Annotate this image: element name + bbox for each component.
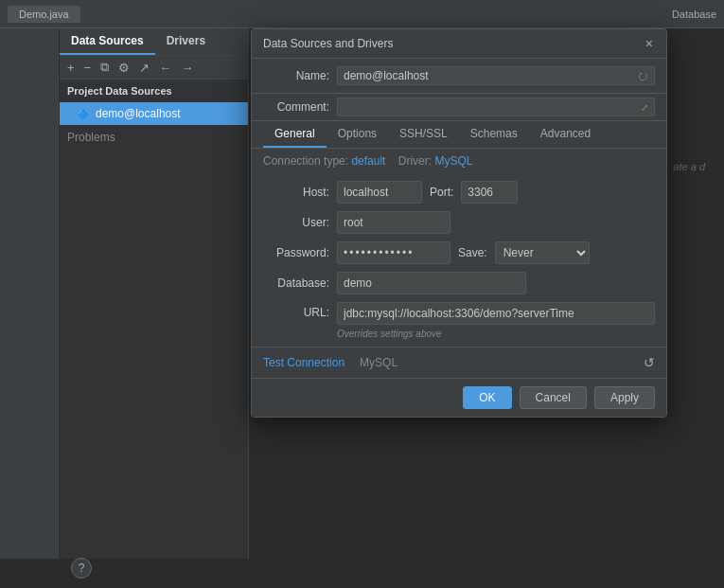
tab-options[interactable]: Options — [327, 121, 388, 148]
dialog-body: Name: ⭮ Comment: ⤢ General Options SSH/S… — [252, 59, 666, 378]
chart-button[interactable]: ↗ — [135, 59, 153, 77]
user-label: User: — [263, 216, 329, 229]
top-bar-tab[interactable]: Demo.java — [8, 6, 80, 23]
dialog: Data Sources and Drivers × Name: ⭮ Comme… — [251, 28, 667, 418]
url-hint: Overrides settings above — [337, 329, 655, 339]
dialog-title-bar: Data Sources and Drivers × — [252, 29, 666, 59]
ok-button[interactable]: OK — [463, 386, 511, 409]
name-label: Name: — [263, 69, 329, 82]
conn-type-value: default — [351, 154, 385, 168]
comment-input-wrap: ⤢ — [337, 98, 655, 116]
apply-button[interactable]: Apply — [594, 386, 655, 409]
user-input[interactable] — [337, 211, 450, 234]
host-port-row: Host: Port: — [263, 181, 655, 204]
dialog-title: Data Sources and Drivers — [263, 37, 393, 50]
remove-button[interactable]: − — [80, 59, 96, 77]
tab-general[interactable]: General — [263, 121, 327, 148]
save-label: Save: — [458, 246, 487, 259]
host-input[interactable] — [337, 181, 422, 204]
tab-advanced[interactable]: Advanced — [529, 121, 602, 148]
host-label: Host: — [263, 186, 329, 199]
left-panel-tabs: Data Sources Drivers — [60, 28, 248, 56]
database-input[interactable] — [337, 272, 526, 294]
user-row: User: — [263, 211, 655, 234]
left-panel: Data Sources Drivers + − ⧉ ⚙ ↗ ← → Proje… — [60, 28, 249, 559]
driver-value: MySQL — [434, 154, 472, 168]
url-row: URL: — [263, 302, 655, 325]
forward-button[interactable]: → — [177, 59, 197, 77]
port-input[interactable] — [461, 181, 518, 204]
connection-type-row: Connection type: default Driver: MySQL — [252, 149, 666, 173]
driver-label: Driver: — [398, 154, 432, 168]
tab-data-sources[interactable]: Data Sources — [60, 28, 155, 55]
top-bar-right: Database — [672, 9, 716, 20]
tabs-bar: General Options SSH/SSL Schemas Advanced — [252, 121, 666, 149]
database-label: Database: — [263, 276, 329, 290]
name-input[interactable] — [344, 69, 634, 82]
section-label: Project Data Sources — [60, 80, 248, 102]
test-connection-button[interactable]: Test Connection — [263, 356, 344, 369]
comment-input[interactable] — [344, 100, 637, 114]
url-label: URL: — [263, 302, 329, 319]
help-button[interactable]: ? — [71, 558, 92, 579]
mysql-label: MySQL — [360, 356, 397, 369]
cancel-button[interactable]: Cancel — [520, 386, 587, 409]
sync-icon: ⭮ — [638, 70, 648, 81]
password-label: Password: — [263, 246, 329, 259]
top-bar: Demo.java Database — [0, 0, 724, 28]
dialog-close-button[interactable]: × — [644, 37, 655, 50]
ide-right-hint: ate a d — [673, 161, 705, 172]
conn-type-label: Connection type: — [263, 154, 348, 168]
url-input[interactable] — [337, 302, 655, 325]
problems-section: Problems — [60, 125, 248, 150]
datasource-item-demo[interactable]: 🔷 demo@localhost — [60, 102, 248, 125]
datasource-label: demo@localhost — [96, 107, 181, 120]
tab-drivers[interactable]: Drivers — [155, 28, 217, 55]
back-button[interactable]: ← — [155, 59, 175, 77]
tab-ssh-ssl[interactable]: SSH/SSL — [388, 121, 459, 148]
comment-label: Comment: — [263, 100, 329, 114]
port-label: Port: — [430, 186, 453, 199]
copy-button[interactable]: ⧉ — [97, 58, 113, 77]
name-row: Name: ⭮ — [252, 59, 666, 94]
settings-button[interactable]: ⚙ — [115, 59, 133, 77]
name-input-wrap: ⭮ — [337, 66, 655, 85]
left-toolbar: + − ⧉ ⚙ ↗ ← → — [60, 56, 248, 80]
form-section: Host: Port: User: Password: Save: Never … — [252, 173, 666, 347]
datasource-icon: 🔷 — [75, 106, 90, 121]
refresh-button[interactable]: ↺ — [644, 355, 655, 370]
add-button[interactable]: + — [63, 59, 79, 77]
dialog-footer: OK Cancel Apply — [252, 378, 666, 417]
expand-icon: ⤢ — [641, 102, 648, 113]
ide-left-bar — [0, 28, 59, 559]
password-input[interactable] — [337, 241, 450, 264]
database-row: Database: — [263, 272, 655, 294]
save-select[interactable]: Never For session Permanently — [495, 241, 590, 264]
dialog-bottom: Test Connection MySQL ↺ — [252, 347, 666, 378]
password-row: Password: Save: Never For session Perman… — [263, 241, 655, 264]
tab-schemas[interactable]: Schemas — [459, 121, 529, 148]
comment-row: Comment: ⤢ — [252, 94, 666, 121]
